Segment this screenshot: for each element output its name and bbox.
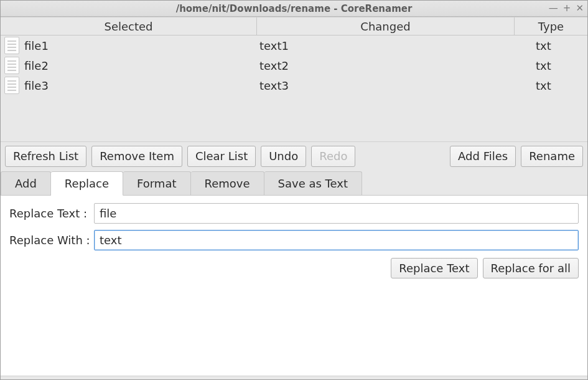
rename-button[interactable]: Rename [521, 146, 583, 167]
cell-type: txt [515, 39, 587, 52]
window-title: /home/nit/Downloads/rename - CoreRenamer [1, 3, 587, 14]
cell-selected: file3 [1, 77, 257, 94]
column-header-type[interactable]: Type [515, 17, 587, 35]
tab-strip: Add Replace Format Remove Save as Text [1, 171, 587, 196]
tab-format[interactable]: Format [123, 171, 190, 195]
column-header-changed[interactable]: Changed [257, 17, 515, 35]
column-header-selected[interactable]: Selected [1, 17, 257, 35]
cell-selected-text: file2 [24, 59, 49, 72]
cell-changed: text1 [257, 39, 515, 52]
file-icon [4, 57, 19, 74]
replace-with-label: Replace With : [9, 234, 89, 247]
redo-button[interactable]: Redo [311, 146, 355, 167]
replace-text-label: Replace Text : [9, 207, 89, 220]
cell-changed: text2 [257, 59, 515, 72]
cell-selected-text: file3 [24, 79, 49, 92]
tab-remove[interactable]: Remove [191, 171, 264, 195]
undo-button[interactable]: Undo [261, 146, 306, 167]
maximize-icon[interactable]: + [563, 4, 571, 13]
remove-item-button[interactable]: Remove Item [91, 146, 182, 167]
content-area: Selected Changed Type file1 text1 txt fi… [1, 17, 587, 379]
table-header: Selected Changed Type [1, 17, 587, 36]
replace-text-row: Replace Text : [9, 203, 579, 224]
title-bar: /home/nit/Downloads/rename - CoreRenamer… [1, 1, 587, 17]
table-row[interactable]: file2 text2 txt [1, 55, 587, 75]
app-window: /home/nit/Downloads/rename - CoreRenamer… [0, 0, 588, 380]
window-controls: — + ✕ [549, 1, 584, 16]
clear-list-button[interactable]: Clear List [187, 146, 256, 167]
replace-panel: Replace Text : Replace With : Replace Te… [1, 196, 587, 376]
add-files-button[interactable]: Add Files [450, 146, 516, 167]
status-strip [1, 376, 587, 379]
close-icon[interactable]: ✕ [576, 4, 584, 13]
file-icon [4, 77, 19, 94]
tab-add[interactable]: Add [1, 171, 51, 195]
tab-replace[interactable]: Replace [51, 171, 123, 196]
table-row[interactable]: file3 text3 txt [1, 75, 587, 95]
cell-changed: text3 [257, 79, 515, 92]
table-body: file1 text1 txt file2 text2 txt file3 te… [1, 36, 587, 141]
replace-text-input[interactable] [94, 203, 579, 224]
replace-text-button[interactable]: Replace Text [391, 258, 477, 279]
tab-save-as-text[interactable]: Save as Text [264, 171, 362, 195]
minimize-icon[interactable]: — [549, 4, 558, 13]
replace-with-input[interactable] [94, 230, 579, 250]
refresh-list-button[interactable]: Refresh List [5, 146, 86, 167]
replace-for-all-button[interactable]: Replace for all [483, 258, 579, 279]
cell-selected: file2 [1, 57, 257, 74]
cell-type: txt [515, 79, 587, 92]
cell-selected-text: file1 [24, 39, 49, 52]
cell-type: txt [515, 59, 587, 72]
replace-with-row: Replace With : [9, 230, 579, 250]
cell-selected: file1 [1, 37, 257, 54]
file-icon [4, 37, 19, 54]
replace-panel-actions: Replace Text Replace for all [9, 258, 579, 279]
table-row[interactable]: file1 text1 txt [1, 36, 587, 55]
toolbar: Refresh List Remove Item Clear List Undo… [1, 141, 587, 171]
